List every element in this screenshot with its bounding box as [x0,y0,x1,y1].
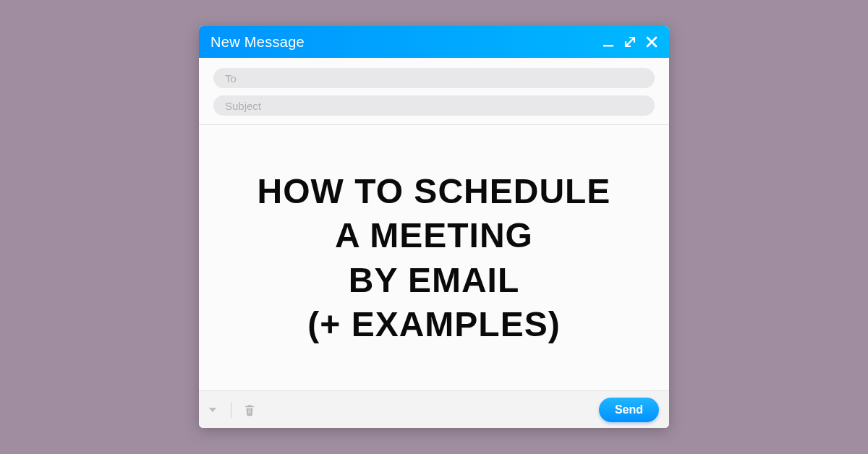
window-controls [603,36,658,48]
compose-footer: Send [199,390,669,428]
compose-body[interactable]: HOW TO SCHEDULE A MEETING BY EMAIL (+ EX… [199,125,669,390]
close-icon[interactable] [646,36,658,48]
subject-field[interactable] [213,95,655,116]
more-icon[interactable] [209,408,216,412]
body-heading: HOW TO SCHEDULE A MEETING BY EMAIL (+ EX… [258,169,611,347]
trash-icon[interactable] [243,403,256,416]
compose-window: New Message HOW TO SCHEDULE A MEETING BY… [199,26,669,428]
compose-fields [199,58,669,125]
window-title: New Message [210,34,603,51]
send-button[interactable]: Send [599,398,659,422]
expand-icon[interactable] [624,36,636,48]
svg-rect-0 [603,45,613,47]
divider [231,402,231,418]
minimize-icon[interactable] [603,36,614,48]
titlebar: New Message [199,26,669,58]
to-field[interactable] [213,68,655,88]
